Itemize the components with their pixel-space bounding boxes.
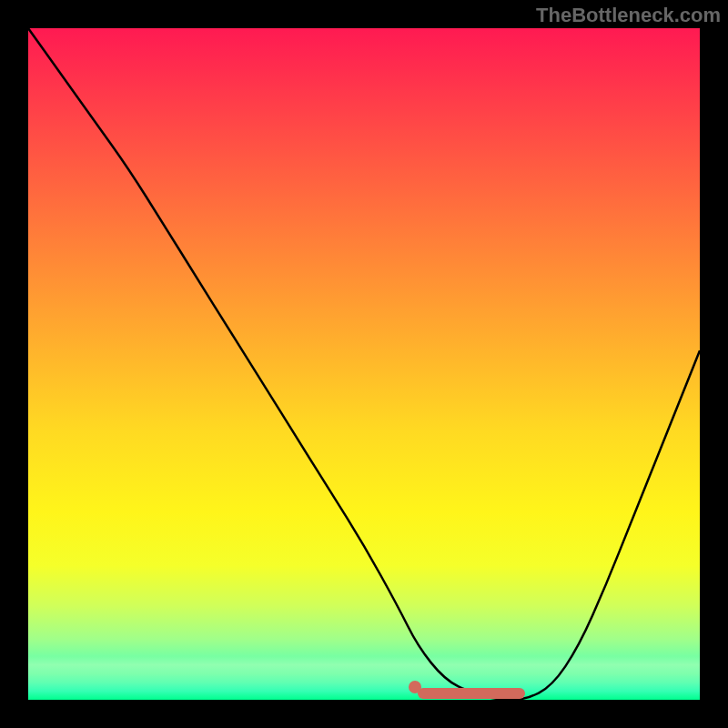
- optimal-region-marker: [418, 688, 525, 699]
- optimal-region-dot: [409, 681, 421, 693]
- plot-area: [28, 28, 700, 700]
- bottleneck-curve: [28, 28, 700, 700]
- watermark-text: TheBottleneck.com: [536, 4, 721, 27]
